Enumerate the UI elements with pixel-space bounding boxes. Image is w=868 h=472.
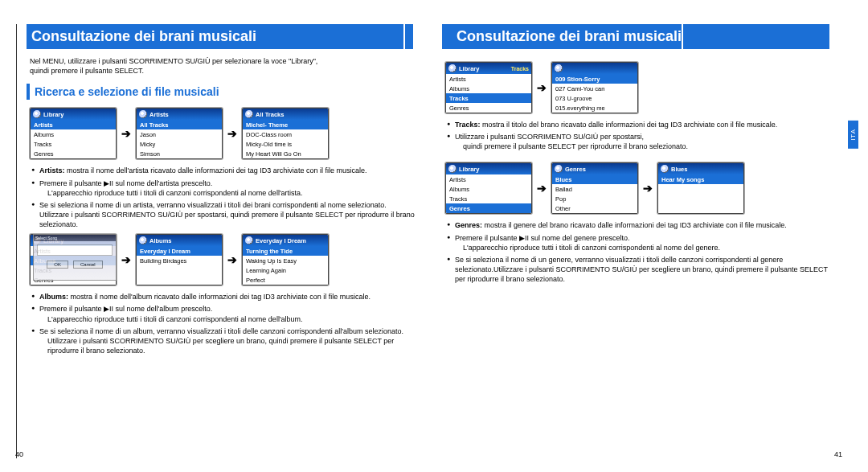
artists-bullets: Artists: Artists: mostra il nome dell'ar… bbox=[31, 166, 418, 229]
arrow-icon: ➔ bbox=[643, 182, 653, 195]
list-item: 073 U-groove bbox=[552, 93, 637, 103]
list-item: Genres bbox=[446, 103, 531, 113]
screen-alltracks: All Tracks Michel- Theme DOC-Class room … bbox=[242, 108, 329, 159]
screen-title: Library bbox=[459, 65, 511, 72]
list-item: Blues bbox=[552, 174, 637, 184]
list-item: Pop bbox=[552, 194, 637, 203]
ok-button[interactable]: OK bbox=[47, 261, 68, 269]
genres-bullets: Genres: mostra il genere del brano ricav… bbox=[447, 220, 834, 284]
albums-bullets: Albums: mostra il nome dell'album ricava… bbox=[31, 292, 418, 355]
screens-row-genres: Library Artists Albums Tracks Genres ➔ G… bbox=[445, 162, 834, 214]
list-item: Turning the Tide bbox=[243, 246, 328, 256]
screen-everyday: Everyday I Dream Turning the Tide Waking… bbox=[242, 234, 329, 285]
screen-title: Library bbox=[43, 111, 113, 118]
bullet-text: Genres: mostra il genere del brano ricav… bbox=[447, 220, 834, 230]
screen-blues: Blues Hear My songs bbox=[657, 162, 744, 214]
bullet-text: Premere il pulsante ▶II sul nome del gen… bbox=[447, 233, 834, 252]
bullet-sub: L'apparecchio riproduce tutti i titoli d… bbox=[455, 243, 834, 252]
bullet-text: Utilizzare i pulsanti SCORRIMENTO SU/GIÙ… bbox=[447, 132, 834, 151]
list-item: Artists bbox=[446, 174, 531, 184]
tracks-bullets: Tracks: mostra il titolo del brano ricav… bbox=[447, 120, 834, 151]
bullet-sub: L'apparecchio riproduce tutti i titoli d… bbox=[39, 314, 418, 324]
bullet-text: Artists: Artists: mostra il nome dell'ar… bbox=[31, 166, 418, 175]
header-text: Consultazione dei brani musicali bbox=[457, 28, 682, 44]
screen-artists: Artists All Tracks Jason Micky Simson bbox=[136, 108, 223, 159]
list-item: Ballad bbox=[552, 184, 637, 194]
screen-title: All Tracks bbox=[256, 111, 326, 118]
subhead-text: Ricerca e selezione di file musicali bbox=[35, 85, 219, 98]
list-item: Waking Up Is Easy bbox=[243, 256, 328, 265]
intro-text: Nel MENU, utilizzare i pulsanti SCORRIME… bbox=[30, 57, 418, 76]
screen-genres: Genres Blues Ballad Pop Other bbox=[551, 162, 638, 214]
list-item: Michel- Theme bbox=[243, 120, 328, 129]
bullet-text: Se si seleziona il nome di un album, ver… bbox=[31, 326, 418, 355]
list-item: Jason bbox=[137, 129, 222, 139]
list-item: Tracks bbox=[31, 139, 116, 149]
bullet-text: Tracks: mostra il titolo del brano ricav… bbox=[447, 120, 834, 129]
bullet-text: Albums: mostra il nome dell'album ricava… bbox=[31, 292, 418, 302]
arrow-icon: ➔ bbox=[227, 127, 237, 140]
screen-title: Everyday I Dream bbox=[256, 237, 326, 244]
screen-title: Genres bbox=[565, 166, 635, 173]
list-item: Albums bbox=[446, 84, 531, 93]
page-number-right: 41 bbox=[834, 450, 842, 458]
list-item: Micky bbox=[137, 139, 222, 149]
list-item: 015.everything me bbox=[552, 103, 637, 113]
screen-title: Artists bbox=[149, 111, 219, 118]
intro-line-2: quindi premere il pulsante SELECT. bbox=[30, 67, 144, 75]
subheading-search: Ricerca e selezione di file musicali bbox=[27, 84, 418, 100]
dialog-overlay: Select Song OK Cancel bbox=[33, 234, 117, 281]
list-item: Perfect bbox=[243, 275, 328, 285]
list-item: Simson bbox=[137, 149, 222, 158]
bullet-text: Premere il pulsante ▶II sul nome dell'ar… bbox=[31, 179, 418, 198]
bullet-sub: quindi premere il pulsante SELECT per ri… bbox=[455, 142, 834, 151]
page-number-left: 40 bbox=[15, 450, 23, 458]
screen-albums: Albums Everyday I Dream Building Birdage… bbox=[136, 234, 223, 285]
list-item: Genres bbox=[446, 203, 531, 213]
list-item: Artists bbox=[446, 74, 531, 84]
screen-title-right: Tracks bbox=[511, 66, 529, 72]
language-tab: ITA bbox=[848, 121, 858, 149]
screen-title: Albums bbox=[149, 237, 219, 244]
list-item: Albums bbox=[446, 184, 531, 194]
list-item: Everyday I Dream bbox=[137, 246, 222, 256]
arrow-icon: ➔ bbox=[537, 81, 547, 94]
list-item: Micky-Old time is bbox=[243, 139, 328, 149]
list-item: Building Birdages bbox=[137, 256, 222, 265]
list-item: Other bbox=[552, 203, 637, 213]
screen-library-3: LibraryTracks Artists Albums Tracks Genr… bbox=[445, 62, 532, 113]
arrow-icon: ➔ bbox=[121, 253, 131, 266]
section-header-left: Consultazione dei brani musicali bbox=[27, 24, 418, 49]
list-item: Tracks bbox=[446, 194, 531, 203]
screen-title: Blues bbox=[671, 166, 741, 173]
list-item: DOC-Class room bbox=[243, 129, 328, 139]
intro-line-1: Nel MENU, utilizzare i pulsanti SCORRIME… bbox=[30, 57, 317, 65]
screen-library-4: Library Artists Albums Tracks Genres bbox=[445, 162, 532, 214]
page-40: Consultazione dei brani musicali Nel MEN… bbox=[16, 24, 418, 458]
bullet-sub: Utilizzare i pulsanti SCORRIMENTO SU/GIÙ… bbox=[39, 336, 418, 355]
header-text: Consultazione dei brani musicali bbox=[31, 28, 256, 44]
cancel-button[interactable]: Cancel bbox=[73, 261, 103, 269]
bullet-text: Se si seleziona il nome di un genere, ve… bbox=[447, 255, 834, 284]
page-41: Consultazione dei brani musicali Library… bbox=[442, 24, 844, 458]
bullet-sub: L'apparecchio riproduce tutti i titoli d… bbox=[39, 188, 418, 198]
list-item: My Heart Will Go On bbox=[243, 149, 328, 158]
list-item: Genres bbox=[31, 149, 116, 158]
arrow-icon: ➔ bbox=[537, 182, 547, 195]
screen-tracks-list: 009 Stion-Sorry 027 Cami-You can 073 U-g… bbox=[551, 62, 638, 113]
list-item: 027 Cami-You can bbox=[552, 84, 637, 93]
list-item: 009 Stion-Sorry bbox=[552, 74, 637, 84]
list-item: All Tracks bbox=[137, 120, 222, 129]
list-item: Hear My songs bbox=[658, 174, 743, 184]
list-item: Tracks bbox=[446, 93, 531, 103]
list-item: Learning Again bbox=[243, 265, 328, 275]
screens-row-tracks: LibraryTracks Artists Albums Tracks Genr… bbox=[445, 62, 834, 113]
screen-library-1: Library Artists Albums Tracks Genres bbox=[30, 108, 117, 159]
dialog-title: Select Song bbox=[34, 235, 116, 241]
screens-row-artists: Library Artists Albums Tracks Genres ➔ A… bbox=[30, 108, 418, 159]
arrow-icon: ➔ bbox=[227, 253, 237, 266]
list-item: Albums bbox=[31, 129, 116, 139]
arrow-icon: ➔ bbox=[121, 127, 131, 140]
section-header-right: Consultazione dei brani musicali bbox=[442, 24, 834, 49]
bullet-text: Premere il pulsante ▶II sul nome dell'al… bbox=[31, 304, 418, 323]
